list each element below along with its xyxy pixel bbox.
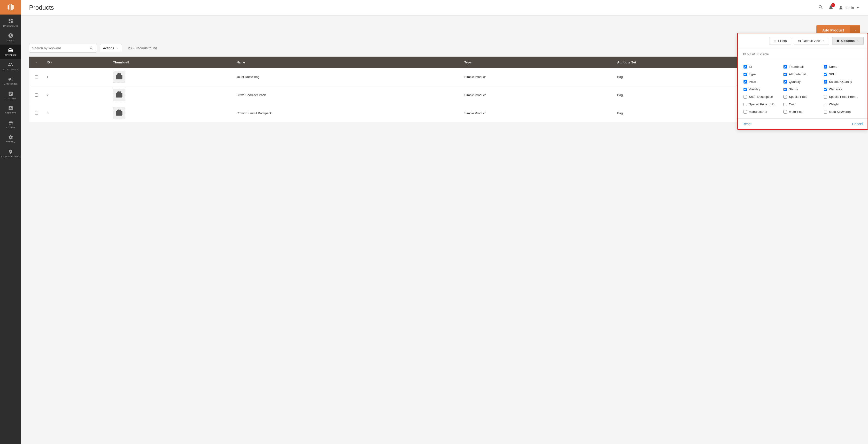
column-checkbox-type[interactable] (744, 73, 747, 76)
column-checkbox-quantity[interactable] (783, 80, 787, 84)
table-header-name[interactable]: Name (233, 57, 461, 68)
column-item-salable-qty: Salable Quantity (823, 78, 863, 86)
column-checkbox-weight[interactable] (824, 103, 827, 106)
page-title: Products (29, 4, 54, 11)
row-select-checkbox[interactable] (35, 75, 38, 78)
column-checkbox-websites[interactable] (824, 88, 827, 91)
filter-icon (773, 39, 777, 42)
columns-panel-toolbar: Filters Default View Columns (738, 33, 868, 49)
column-checkbox-special-price[interactable] (783, 95, 787, 98)
row-name[interactable]: Joust Duffle Bag (233, 68, 461, 86)
sidebar-item-label: STORES (6, 126, 16, 129)
select-all-button[interactable] (33, 60, 40, 65)
row-attribute-set: Bag (614, 104, 753, 122)
column-checkbox-status[interactable] (783, 88, 787, 91)
sidebar-item-reports[interactable]: REPORTS (0, 103, 21, 117)
table-header-checkbox (29, 57, 43, 68)
page-toolbar: Add Product (29, 21, 860, 39)
sidebar-item-catalog[interactable]: CATALOG (0, 44, 21, 59)
column-label-type: Type (749, 72, 755, 76)
sidebar-item-sales[interactable]: SALES (0, 30, 21, 44)
column-checkbox-name[interactable] (824, 65, 827, 68)
table-header-attribute-set[interactable]: Attribute Set (614, 57, 753, 68)
sidebar: DASHBOARD SALES CATALOG CUSTOMERS MARKET… (0, 0, 21, 444)
eye-icon (798, 39, 801, 42)
columns-label: Columns (841, 39, 855, 42)
sidebar-item-stores[interactable]: STORES (0, 117, 21, 132)
table-header-id[interactable]: ID ↓ (43, 57, 110, 68)
column-checkbox-price[interactable] (744, 80, 747, 84)
sidebar-logo[interactable] (0, 0, 21, 14)
sidebar-item-system[interactable]: SYSTEM (0, 132, 21, 146)
columns-grid: ID Thumbnail Name Type (738, 60, 868, 118)
column-item-special-price-from: Special Price From... (823, 93, 863, 100)
column-checkbox-manufacturer[interactable] (744, 110, 747, 114)
default-view-button[interactable]: Default View (794, 37, 830, 45)
column-label-name: Name (829, 65, 837, 68)
column-checkbox-salable-qty[interactable] (824, 80, 827, 84)
filters-button[interactable]: Filters (769, 37, 791, 45)
column-label-manufacturer: Manufacturer (749, 110, 768, 114)
column-label-salable-qty: Salable Quantity (829, 80, 852, 84)
column-item-status: Status (782, 86, 823, 93)
column-checkbox-sku[interactable] (824, 73, 827, 76)
column-label-short-desc: Short Description (749, 95, 773, 98)
column-label-special-price: Special Price (789, 95, 807, 98)
admin-username: admin (845, 6, 854, 10)
column-checkbox-attribute-set[interactable] (783, 73, 787, 76)
column-checkbox-special-price-from[interactable] (824, 95, 827, 98)
row-checkbox (29, 86, 43, 104)
search-input[interactable] (32, 46, 87, 50)
cancel-button[interactable]: Cancel (852, 122, 863, 126)
columns-visible-info: 13 out of 36 visible (738, 49, 868, 60)
sidebar-item-label: DASHBOARD (3, 25, 18, 27)
sidebar-item-label: CONTENT (5, 97, 17, 100)
column-label-meta-title: Meta Title (789, 110, 802, 114)
column-checkbox-short-desc[interactable] (744, 95, 747, 98)
column-checkbox-visibility[interactable] (744, 88, 747, 91)
gear-icon (836, 39, 840, 42)
row-select-checkbox[interactable] (35, 112, 38, 115)
column-item-type: Type (743, 70, 782, 78)
table-row: 1 Joust Duffle Bag Simple Product Bag 24… (29, 68, 860, 86)
column-checkbox-meta-keywords[interactable] (824, 110, 827, 114)
columns-button[interactable]: Columns (832, 37, 864, 45)
column-item-name: Name (823, 63, 863, 70)
column-checkbox-meta-title[interactable] (783, 110, 787, 114)
sidebar-item-content[interactable]: CONTENT (0, 88, 21, 103)
sidebar-item-label: SYSTEM (6, 141, 16, 143)
column-checkbox-cost[interactable] (783, 103, 787, 106)
sidebar-item-customers[interactable]: CUSTOMERS (0, 59, 21, 73)
column-label-special-price-from: Special Price From... (829, 95, 858, 98)
row-checkbox (29, 104, 43, 122)
admin-user-menu[interactable]: admin (838, 5, 860, 10)
table-header-type[interactable]: Type (461, 57, 614, 68)
row-select-checkbox[interactable] (35, 93, 38, 97)
search-icon[interactable] (818, 5, 824, 11)
search-icon (89, 46, 94, 50)
column-item-price: Price (743, 78, 782, 86)
page-content-area: Add Product Actions 2058 records found (21, 15, 868, 444)
sidebar-item-dashboard[interactable]: DASHBOARD (0, 15, 21, 30)
page-header: Products 1 admin (21, 0, 868, 15)
sidebar-item-find-partners[interactable]: FIND PARTNERS (0, 146, 21, 161)
row-name[interactable]: Strive Shoulder Pack (233, 86, 461, 104)
column-checkbox-special-price-to[interactable] (744, 103, 747, 106)
column-label-cost: Cost (789, 102, 795, 106)
row-name[interactable]: Crown Summit Backpack (233, 104, 461, 122)
column-checkbox-id[interactable] (744, 65, 747, 68)
reset-button[interactable]: Reset (743, 122, 751, 126)
row-id: 2 (43, 86, 110, 104)
column-item-sku: SKU (823, 70, 863, 78)
actions-dropdown[interactable]: Actions (100, 44, 122, 52)
column-label-price: Price (749, 80, 756, 84)
notification-count: 1 (831, 3, 835, 7)
sidebar-item-marketing[interactable]: MARKETING (0, 73, 21, 88)
column-item-attribute-set: Attribute Set (782, 70, 823, 78)
notification-bell[interactable]: 1 (828, 5, 834, 11)
column-item-short-desc: Short Description (743, 93, 782, 100)
actions-label: Actions (103, 46, 114, 50)
sidebar-item-label: MARKETING (4, 83, 18, 85)
column-checkbox-thumbnail[interactable] (783, 65, 787, 68)
row-checkbox (29, 68, 43, 86)
